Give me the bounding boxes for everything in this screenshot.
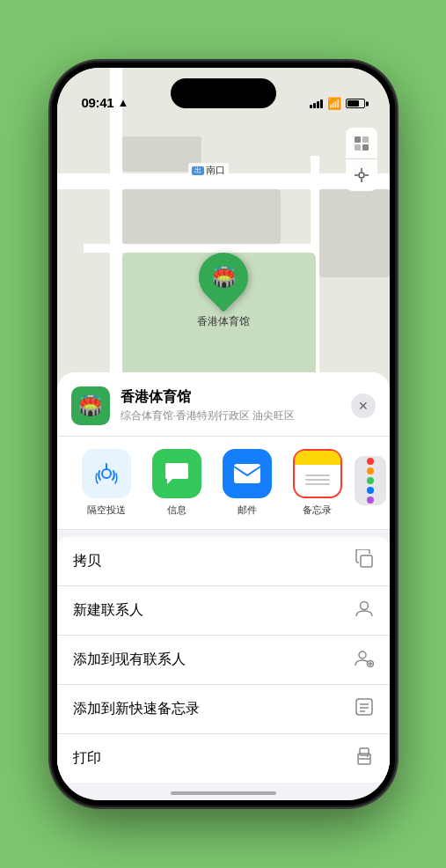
svg-rect-0 bbox=[355, 136, 361, 143]
svg-point-12 bbox=[360, 602, 368, 610]
svg-rect-22 bbox=[360, 748, 369, 755]
sheet-header: 🏟️ 香港体育馆 综合体育馆·香港特别行政区 油尖旺区 ✕ bbox=[57, 372, 390, 437]
more-icon-wrap bbox=[355, 456, 386, 505]
dynamic-island bbox=[171, 78, 276, 108]
signal-bars bbox=[310, 99, 323, 108]
notes-label: 备忘录 bbox=[303, 504, 332, 517]
svg-point-13 bbox=[359, 651, 366, 658]
bottom-sheet: 🏟️ 香港体育馆 综合体育馆·香港特别行政区 油尖旺区 ✕ bbox=[57, 372, 390, 800]
action-new-contact-label: 新建联系人 bbox=[73, 601, 143, 620]
action-copy[interactable]: 拷贝 bbox=[57, 537, 390, 586]
home-indicator bbox=[171, 791, 276, 795]
signal-bar-1 bbox=[310, 105, 312, 108]
exit-icon: 出 bbox=[192, 166, 204, 175]
action-quick-note[interactable]: 添加到新快速备忘录 bbox=[57, 685, 390, 734]
signal-bar-3 bbox=[317, 101, 319, 108]
svg-rect-1 bbox=[362, 136, 369, 143]
svg-point-4 bbox=[359, 173, 364, 178]
svg-point-23 bbox=[367, 755, 369, 757]
map-controls bbox=[346, 128, 377, 191]
battery-icon bbox=[346, 99, 365, 108]
add-contact-icon bbox=[355, 648, 374, 672]
svg-point-9 bbox=[102, 469, 111, 478]
stadium-marker[interactable]: 🏟️ 香港体育馆 bbox=[197, 253, 250, 329]
share-row: 隔空投送 信息 bbox=[57, 437, 390, 530]
more-dots bbox=[365, 456, 376, 505]
action-quick-note-label: 添加到新快速备忘录 bbox=[73, 700, 200, 718]
venue-subtitle: 综合体育馆·香港特别行政区 油尖旺区 bbox=[121, 408, 351, 423]
svg-rect-21 bbox=[358, 759, 370, 764]
notes-line bbox=[305, 483, 330, 485]
dot-blue bbox=[367, 487, 374, 494]
close-button[interactable]: ✕ bbox=[351, 394, 376, 418]
venue-info: 香港体育馆 综合体育馆·香港特别行政区 油尖旺区 bbox=[121, 388, 351, 423]
marker-label: 香港体育馆 bbox=[197, 314, 250, 329]
location-button[interactable] bbox=[346, 159, 377, 191]
mail-label: 邮件 bbox=[238, 504, 257, 517]
action-add-contact-label: 添加到现有联系人 bbox=[73, 651, 186, 669]
action-copy-label: 拷贝 bbox=[73, 552, 101, 570]
action-list: 拷贝 新建联系人 bbox=[57, 537, 390, 783]
airdrop-icon bbox=[93, 460, 120, 487]
phone-frame: 09:41 ▲ 📶 bbox=[52, 63, 395, 805]
signal-bar-4 bbox=[320, 99, 323, 108]
action-print-label: 打印 bbox=[73, 749, 101, 768]
map-type-button[interactable] bbox=[346, 128, 377, 159]
svg-rect-10 bbox=[234, 464, 260, 483]
svg-rect-3 bbox=[362, 144, 369, 151]
notes-line bbox=[305, 479, 330, 481]
wifi-icon: 📶 bbox=[327, 97, 341, 110]
venue-name: 香港体育馆 bbox=[121, 388, 351, 407]
new-contact-icon bbox=[355, 599, 374, 622]
svg-rect-11 bbox=[361, 555, 372, 567]
venue-icon: 🏟️ bbox=[71, 386, 110, 425]
battery-fill bbox=[347, 100, 360, 107]
action-add-to-contact[interactable]: 添加到现有联系人 bbox=[57, 636, 390, 685]
action-print[interactable]: 打印 bbox=[57, 734, 390, 783]
map-label-nankou: 出 南口 bbox=[188, 163, 229, 178]
action-new-contact[interactable]: 新建联系人 bbox=[57, 586, 390, 636]
share-item-notes[interactable]: 备忘录 bbox=[282, 449, 353, 517]
svg-rect-2 bbox=[355, 144, 361, 151]
notes-lines bbox=[305, 474, 330, 485]
share-item-more[interactable] bbox=[353, 456, 388, 511]
share-item-message[interactable]: 信息 bbox=[142, 449, 212, 517]
map-block bbox=[122, 189, 281, 244]
message-icon bbox=[164, 461, 190, 486]
status-time: 09:41 bbox=[82, 95, 114, 110]
print-icon bbox=[355, 747, 374, 770]
notes-icon-wrap bbox=[293, 449, 342, 498]
phone-screen: 09:41 ▲ 📶 bbox=[57, 68, 390, 800]
dot-green bbox=[367, 477, 374, 484]
share-item-airdrop[interactable]: 隔空投送 bbox=[71, 449, 142, 517]
mail-icon bbox=[233, 463, 261, 484]
share-item-mail[interactable]: 邮件 bbox=[212, 449, 282, 517]
status-icons: 📶 bbox=[310, 97, 365, 110]
message-label: 信息 bbox=[167, 504, 186, 517]
airdrop-icon-wrap bbox=[82, 449, 131, 498]
marker-pin: 🏟️ bbox=[188, 242, 258, 312]
airdrop-label: 隔空投送 bbox=[87, 504, 126, 517]
svg-rect-17 bbox=[356, 699, 372, 715]
dot-red bbox=[367, 458, 374, 465]
location-icon: ▲ bbox=[117, 96, 128, 109]
signal-bar-2 bbox=[313, 103, 316, 108]
quick-note-icon bbox=[355, 697, 374, 721]
copy-icon bbox=[355, 549, 374, 573]
notes-line bbox=[305, 474, 330, 476]
dot-orange bbox=[367, 467, 374, 474]
stadium-icon: 🏟️ bbox=[211, 266, 235, 289]
map-block bbox=[319, 189, 390, 277]
message-icon-wrap bbox=[152, 449, 201, 498]
dot-purple bbox=[367, 497, 374, 504]
mail-icon-wrap bbox=[223, 449, 272, 498]
